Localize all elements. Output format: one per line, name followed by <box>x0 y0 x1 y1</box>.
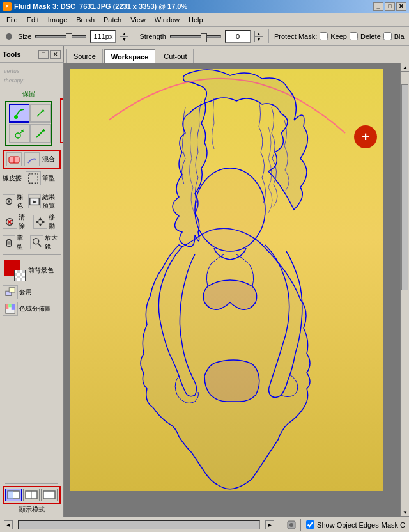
svg-rect-39 <box>12 304 15 310</box>
toolbar: Size ▲ ▼ Strength ▲ ▼ Protect Mask: Keep… <box>0 27 409 46</box>
size-up[interactable]: ▲ <box>120 31 128 36</box>
blend-small-tool[interactable] <box>24 152 40 166</box>
keep-brush-tool[interactable] <box>9 104 31 123</box>
svg-point-5 <box>21 130 22 131</box>
bla-checkbox[interactable] <box>383 32 392 40</box>
divider1 <box>3 189 61 189</box>
separator2 <box>268 29 269 43</box>
preview-tool[interactable] <box>28 194 41 208</box>
svg-point-19 <box>8 200 10 203</box>
protect-label: Protect Mask: <box>274 33 317 40</box>
svg-rect-38 <box>8 304 11 308</box>
svg-point-1 <box>14 115 18 119</box>
divider3 <box>5 483 58 484</box>
region-tool[interactable] <box>3 302 18 316</box>
apply-label: 套用 <box>19 288 32 297</box>
clean-label: 清除 <box>19 213 31 231</box>
tools-close-button[interactable]: ✕ <box>50 50 61 59</box>
menu-image[interactable]: Image <box>44 15 72 25</box>
strength-slider[interactable] <box>170 35 221 38</box>
bla-label: Bla <box>394 33 405 40</box>
menu-edit[interactable]: Edit <box>23 15 43 25</box>
menu-patch[interactable]: Patch <box>100 15 125 25</box>
svg-marker-8 <box>43 129 45 132</box>
delete-checkbox[interactable] <box>350 32 358 40</box>
canvas-background <box>70 69 383 491</box>
sample-tool[interactable] <box>3 194 15 208</box>
show-edges-checkbox[interactable] <box>306 520 314 529</box>
region-label: 色域分佈圖 <box>19 304 51 313</box>
clean-tool[interactable] <box>3 215 17 229</box>
scroll-down-button[interactable]: ▼ <box>401 508 409 517</box>
svg-rect-17 <box>29 174 38 183</box>
apply-tool[interactable] <box>3 285 18 299</box>
scroll-right-button[interactable]: ► <box>265 520 274 529</box>
scroll-left-button[interactable]: ◄ <box>4 520 13 529</box>
grab-label: 掌型 <box>17 233 27 251</box>
menu-help[interactable]: Help <box>185 15 207 25</box>
separator <box>134 29 134 43</box>
show-edges-section: Show Object Edges Mask C <box>306 520 405 529</box>
divider2 <box>3 254 61 255</box>
display-mode-section: 顯示模式 <box>0 479 63 517</box>
tab-workspace[interactable]: Workspace <box>104 49 156 63</box>
zoom-tool[interactable] <box>30 235 43 249</box>
strength-up[interactable]: ▲ <box>254 31 263 36</box>
display-mode-1[interactable] <box>5 489 22 501</box>
minimize-button[interactable]: _ <box>373 2 383 11</box>
menu-view[interactable]: View <box>127 15 150 25</box>
delete-label: Delete <box>360 33 381 40</box>
menu-brush[interactable]: Brush <box>72 15 98 25</box>
tools-panel-title: Tools <box>3 51 21 58</box>
keep-pen-tool[interactable] <box>29 104 51 123</box>
window-controls: _ □ ✕ <box>373 2 406 11</box>
svg-marker-27 <box>36 220 39 223</box>
title-bar: F Fluid Mask 3: DSC_7631.JPG (2231 x 335… <box>0 0 409 13</box>
zoom-label: 放大鏡 <box>45 233 61 251</box>
status-icon-button[interactable] <box>282 519 301 531</box>
display-mode-3[interactable] <box>41 489 58 501</box>
status-bar: ◄ ► Show Object Edges Mask C <box>0 517 409 532</box>
vertical-scrollbar[interactable]: ▲ ▼ <box>400 63 409 517</box>
strength-down[interactable]: ▼ <box>254 36 263 42</box>
brush-label: 筆型 <box>42 174 55 183</box>
strength-spinner[interactable]: ▲ ▼ <box>254 31 263 42</box>
scroll-thumb[interactable] <box>401 84 408 290</box>
menu-file[interactable]: File <box>3 15 22 25</box>
tab-source[interactable]: Source <box>66 49 103 63</box>
strength-input[interactable] <box>225 30 251 43</box>
background-color[interactable] <box>14 270 26 281</box>
maximize-button[interactable]: □ <box>385 2 395 11</box>
size-down[interactable]: ▼ <box>120 36 128 42</box>
display-mode-2[interactable] <box>23 489 40 501</box>
svg-rect-37 <box>6 304 9 309</box>
keep-label: Keep <box>330 33 347 40</box>
horizontal-scrollbar[interactable] <box>18 520 260 529</box>
app-icon: F <box>3 2 12 11</box>
size-input[interactable] <box>90 30 116 43</box>
svg-point-6 <box>22 131 24 132</box>
svg-point-3 <box>15 133 20 138</box>
strength-label: Strength <box>139 33 166 40</box>
scroll-up-button[interactable]: ▲ <box>401 63 409 72</box>
erase-tool[interactable] <box>6 152 22 166</box>
canvas-area[interactable] <box>70 69 383 491</box>
grab-tool[interactable] <box>3 235 15 249</box>
size-slider[interactable] <box>35 35 86 38</box>
svg-point-32 <box>33 239 38 244</box>
tab-cutout[interactable]: Cut-out <box>157 49 194 63</box>
svg-rect-41 <box>8 491 13 499</box>
brush-icon <box>4 31 14 42</box>
menu-window[interactable]: Window <box>151 15 183 25</box>
keep-checkbox[interactable] <box>320 32 328 40</box>
move-label: 移動 <box>49 213 61 231</box>
move-tool[interactable] <box>33 215 48 229</box>
keep-spray-tool[interactable] <box>9 124 31 143</box>
show-edges-label: Show Object Edges <box>317 521 379 529</box>
keep-line-tool[interactable] <box>29 124 51 143</box>
size-spinner[interactable]: ▲ ▼ <box>120 31 128 42</box>
close-button[interactable]: ✕ <box>396 2 406 11</box>
select-tool[interactable] <box>26 171 41 185</box>
tools-undock-button[interactable]: □ <box>38 50 49 59</box>
svg-point-45 <box>195 168 265 251</box>
